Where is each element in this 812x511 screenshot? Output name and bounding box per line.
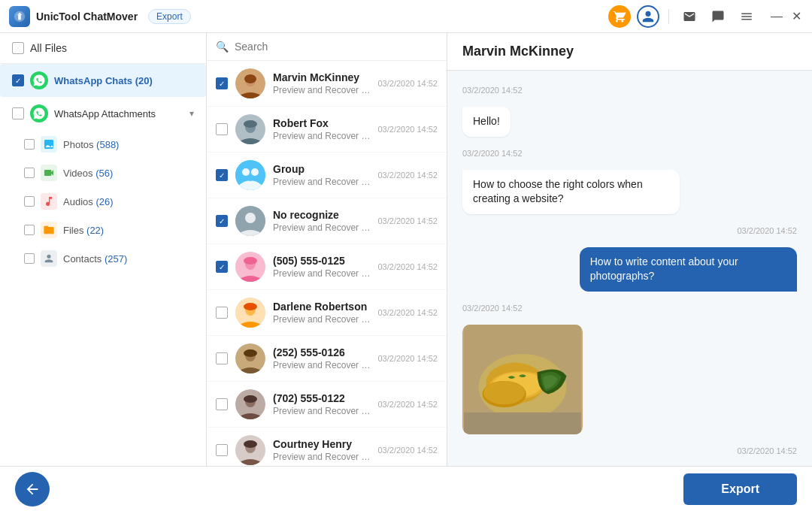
chat-name-marvin: Marvin McKinney: [273, 71, 370, 83]
contacts-checkbox[interactable]: [24, 253, 35, 264]
cart-button[interactable]: [608, 5, 631, 28]
chat-item-252[interactable]: (252) 555-0126 Preview and Recover Lost …: [207, 336, 447, 382]
chat-view-contact-name: Marvin McKinney: [462, 44, 797, 59]
sidebar-sub-item-videos[interactable]: Videos (56): [24, 159, 206, 187]
svg-point-4: [244, 74, 256, 83]
chat-time-darlene: 03/2/2020 14:52: [377, 308, 438, 317]
chat-info-702: (702) 555-0122 Preview and Recover Lost …: [273, 392, 370, 416]
back-button[interactable]: [15, 472, 50, 506]
back-arrow-icon: [24, 481, 41, 497]
chat-view-header: Marvin McKinney: [447, 33, 812, 71]
chat-info-252: (252) 555-0126 Preview and Recover Lost …: [273, 346, 370, 370]
chat-avatar-marvin: [235, 68, 265, 98]
chat-check-marvin[interactable]: [216, 77, 228, 89]
whatsapp-attachments-icon: [30, 104, 48, 122]
export-badge[interactable]: Export: [148, 9, 191, 24]
chat-preview-group: Preview and Recover Lost Data from ...: [273, 177, 370, 187]
chat-check-norecognize[interactable]: [216, 215, 228, 227]
files-count: (22): [86, 225, 104, 236]
chat-time-marvin: 03/2/2020 14:52: [377, 79, 438, 88]
chat-item-norecognize[interactable]: No recognize Preview and Recover Lost Da…: [207, 198, 447, 244]
chat-check-darlene[interactable]: [216, 307, 228, 319]
whatsapp-chats-checkbox[interactable]: [12, 74, 24, 86]
msg-bubble-1: Hello!: [462, 107, 511, 137]
all-files-checkbox[interactable]: [12, 42, 24, 54]
audios-label: Audios (26): [63, 196, 114, 207]
whatsapp-attachments-checkbox[interactable]: [12, 107, 24, 119]
files-checkbox[interactable]: [24, 225, 35, 235]
chat-check-robert[interactable]: [216, 123, 228, 135]
chat-name-252: (252) 555-0126: [273, 346, 370, 358]
chat-name-robert: Robert Fox: [273, 117, 370, 129]
audios-icon: [41, 193, 57, 210]
chat-check-group[interactable]: [216, 169, 228, 181]
chat-preview-norecognize: Preview and Recover Lost Data from ...: [273, 222, 370, 233]
chat-avatar-702: [235, 389, 265, 419]
chat-item-group[interactable]: Group Preview and Recover Lost Data from…: [207, 153, 447, 198]
chat-preview-702: Preview and Recover Lost Data from ...: [273, 406, 370, 416]
svg-point-9: [242, 168, 250, 176]
videos-icon: [41, 165, 57, 181]
chat-info-darlene: Darlene Robertson Preview and Recover Lo…: [273, 301, 370, 325]
sidebar-sub-item-contacts[interactable]: Contacts (257): [24, 244, 206, 273]
chat-info-505: (505) 555-0125 Preview and Recover Lost …: [273, 255, 370, 279]
svg-point-7: [244, 120, 257, 128]
minimize-button[interactable]: —: [770, 10, 783, 23]
chat-check-702[interactable]: [216, 398, 228, 410]
chat-button[interactable]: [707, 5, 729, 28]
sidebar-sub-item-files[interactable]: Files (22): [24, 216, 206, 244]
audios-checkbox[interactable]: [24, 196, 35, 207]
svg-point-24: [244, 395, 257, 403]
chat-check-courtney[interactable]: [216, 444, 228, 456]
app-logo: [9, 6, 30, 27]
window-controls: — ✕: [770, 10, 803, 23]
msg-timestamp-2: 03/2/2020 14:52: [462, 149, 797, 158]
whatsapp-chats-count: (20): [135, 75, 153, 86]
whatsapp-chats-label: WhatsApp Chats (20): [54, 75, 194, 86]
chat-check-252[interactable]: [216, 352, 228, 364]
svg-rect-33: [464, 413, 581, 434]
mail-button[interactable]: [678, 5, 701, 28]
search-bar: 🔍: [207, 33, 447, 61]
sidebar-item-whatsapp-chats[interactable]: WhatsApp Chats (20): [0, 64, 206, 97]
photos-checkbox[interactable]: [24, 139, 35, 150]
chat-info-courtney: Courtney Henry Preview and Recover Lost …: [273, 438, 370, 462]
chat-item-robert[interactable]: Robert Fox Preview and Recover Lost Data…: [207, 107, 447, 153]
bottom-bar: Export: [0, 466, 812, 511]
files-label: Files (22): [63, 225, 104, 236]
chat-check-505[interactable]: [216, 261, 228, 273]
msg-timestamp-4: 03/2/2020 14:52: [462, 304, 797, 313]
msg-image-food: [462, 325, 583, 434]
sidebar-sub-item-photos[interactable]: Photos (588): [24, 130, 206, 159]
chat-item-darlene[interactable]: Darlene Robertson Preview and Recover Lo…: [207, 290, 447, 336]
search-input[interactable]: [235, 41, 438, 53]
menu-button[interactable]: [735, 5, 758, 28]
photos-label: Photos (588): [63, 139, 119, 150]
sidebar-item-whatsapp-attachments[interactable]: WhatsApp Attachments ▾: [0, 97, 206, 130]
svg-point-27: [244, 440, 257, 448]
food-image-svg: [462, 325, 583, 434]
user-button[interactable]: [637, 5, 659, 28]
chat-item-702[interactable]: (702) 555-0122 Preview and Recover Lost …: [207, 382, 447, 428]
sidebar-sub-item-audios[interactable]: Audios (26): [24, 187, 206, 216]
titlebar-icons: — ✕: [608, 5, 803, 28]
avatar-darlene-svg: [235, 298, 265, 328]
chat-name-group: Group: [273, 163, 370, 175]
chat-avatar-252: [235, 343, 265, 373]
sidebar-sub-items: Photos (588) Videos (56) Audios (26): [0, 130, 206, 273]
chat-time-group-container: 03/2/2020 14:52: [377, 171, 438, 180]
svg-point-18: [244, 303, 257, 310]
chat-avatar-robert: [235, 114, 265, 144]
chat-preview-darlene: Preview and Recover Lost Data from ...: [273, 314, 370, 325]
export-button[interactable]: Export: [683, 473, 797, 505]
svg-point-15: [244, 257, 257, 265]
mail-icon: [683, 10, 696, 23]
svg-rect-1: [18, 14, 21, 20]
chat-item-marvin[interactable]: Marvin McKinney Preview and Recover Lost…: [207, 61, 447, 107]
chat-item-505[interactable]: (505) 555-0125 Preview and Recover Lost …: [207, 244, 447, 290]
menu-icon: [740, 10, 753, 23]
titlebar: UnicTool ChatMover Export — ✕: [0, 0, 812, 33]
close-button[interactable]: ✕: [789, 10, 803, 23]
videos-checkbox[interactable]: [24, 168, 35, 178]
chat-info-group: Group Preview and Recover Lost Data from…: [273, 163, 370, 187]
